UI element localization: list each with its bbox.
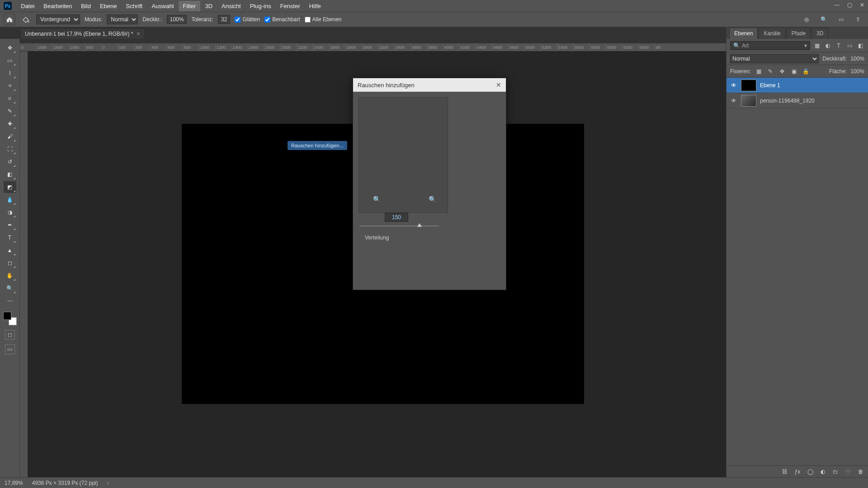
magic-wand-tool-icon[interactable]: ✧: [4, 80, 16, 92]
select-subject-icon[interactable]: ◎: [802, 15, 811, 24]
layer-name[interactable]: Ebene 1: [760, 82, 780, 89]
group-icon[interactable]: 🗀: [832, 469, 839, 475]
type-tool-icon[interactable]: T: [4, 232, 16, 244]
window-minimize-icon[interactable]: —: [834, 2, 840, 8]
link-layers-icon[interactable]: ⛓: [781, 469, 788, 475]
brush-tool-icon[interactable]: 🖌: [4, 131, 16, 142]
layer-name[interactable]: person-1196498_1920: [760, 98, 815, 104]
zoom-tool-icon[interactable]: 🔍: [4, 282, 16, 294]
lock-pixels-icon[interactable]: ▦: [755, 67, 763, 75]
status-zoom[interactable]: 17,89%: [5, 480, 23, 486]
menu-datei[interactable]: Datei: [16, 1, 39, 11]
opacity-field[interactable]: 100%: [167, 15, 187, 24]
document-tab-close-icon[interactable]: ×: [137, 31, 140, 37]
blur-tool-icon[interactable]: 💧: [4, 194, 16, 206]
lock-move-icon[interactable]: ✥: [778, 67, 786, 75]
new-layer-icon[interactable]: ➕: [844, 469, 852, 475]
layer-row[interactable]: 👁 Ebene 1: [726, 78, 868, 93]
layer-fx-icon[interactable]: ƒx: [794, 469, 801, 475]
antialias-input[interactable]: [235, 17, 241, 23]
filter-image-icon[interactable]: ▦: [813, 42, 821, 50]
menu-3d[interactable]: 3D: [200, 1, 217, 11]
menu-fenster[interactable]: Fenster: [276, 1, 305, 11]
color-swatches[interactable]: [3, 312, 17, 325]
menu-auswahl[interactable]: Auswahl: [147, 1, 178, 11]
layer-thumb[interactable]: [741, 80, 756, 91]
menu-ansicht[interactable]: Ansicht: [217, 1, 245, 11]
screen-mode-icon[interactable]: ▭: [5, 344, 15, 354]
blend-mode-select[interactable]: Normal: [107, 14, 138, 24]
share-icon[interactable]: ⇪: [854, 15, 863, 24]
workspace-icon[interactable]: ▭: [836, 15, 845, 24]
menu-schrift[interactable]: Schrift: [122, 1, 147, 11]
window-maximize-icon[interactable]: ▢: [846, 2, 853, 8]
eraser-tool-icon[interactable]: ◧: [4, 169, 16, 180]
window-close-icon[interactable]: ✕: [859, 2, 865, 8]
filter-smart-icon[interactable]: ◧: [856, 42, 864, 50]
document-tab[interactable]: Unbenannt-1 bei 17,9% (Ebene 1, RGB/8#) …: [20, 28, 145, 39]
tab-pfade[interactable]: Pfade: [787, 28, 811, 39]
shape-tool-icon[interactable]: ◻: [4, 257, 16, 269]
amount-slider[interactable]: [359, 225, 439, 226]
filter-shape-icon[interactable]: ▭: [845, 42, 854, 50]
visibility-icon[interactable]: 👁: [730, 98, 737, 104]
menu-hilfe[interactable]: Hilfe: [305, 1, 326, 11]
edit-toolbar-icon[interactable]: ⋯: [4, 295, 16, 307]
history-brush-tool-icon[interactable]: ↺: [4, 156, 16, 168]
menu-filter[interactable]: Filter: [179, 1, 201, 11]
all-layers-checkbox[interactable]: Alle Ebenen: [305, 16, 342, 23]
visibility-icon[interactable]: 👁: [730, 82, 737, 89]
layer-thumb[interactable]: [741, 95, 756, 107]
gradient-tool-icon[interactable]: ◩: [4, 181, 16, 193]
status-chevron-icon[interactable]: ›: [107, 480, 108, 486]
filter-adjust-icon[interactable]: ◐: [824, 42, 832, 50]
menu-plugins[interactable]: Plug-ins: [245, 1, 276, 11]
dialog-close-icon[interactable]: ✕: [496, 81, 501, 89]
pen-tool-icon[interactable]: ✒: [4, 219, 16, 231]
lock-all-icon[interactable]: 🔒: [802, 67, 810, 75]
amount-field[interactable]: 150: [385, 213, 408, 222]
delete-layer-icon[interactable]: 🗑: [857, 469, 864, 475]
fill-source-select[interactable]: Vordergrund: [36, 14, 80, 24]
foreground-swatch[interactable]: [3, 312, 11, 320]
zoom-in-icon[interactable]: 🔍: [429, 196, 436, 203]
quick-mask-icon[interactable]: ◻: [5, 330, 15, 340]
layer-opacity-value[interactable]: 100%: [850, 56, 864, 62]
hand-tool-icon[interactable]: ✋: [4, 270, 16, 282]
lock-position-icon[interactable]: ✎: [766, 67, 774, 75]
dialog-titlebar[interactable]: Rauschen hinzufügen ✕: [353, 78, 506, 92]
tab-kanaele[interactable]: Kanäle: [759, 28, 785, 39]
paint-bucket-icon[interactable]: [20, 14, 32, 25]
menu-ebene[interactable]: Ebene: [95, 1, 122, 11]
path-select-tool-icon[interactable]: ▲: [4, 244, 16, 256]
eyedropper-tool-icon[interactable]: ✎: [4, 105, 16, 117]
layer-filter-select[interactable]: 🔍Art▾: [730, 41, 810, 50]
filter-type-icon[interactable]: T: [835, 42, 843, 50]
zoom-out-icon[interactable]: 🔍: [373, 196, 381, 203]
all-layers-input[interactable]: [305, 17, 311, 23]
status-docinfo[interactable]: 4936 Px × 3319 Px (72 ppi): [32, 480, 98, 486]
contiguous-checkbox[interactable]: Benachbart: [264, 16, 300, 23]
healing-tool-icon[interactable]: ✚: [4, 118, 16, 130]
marquee-tool-icon[interactable]: ▭: [4, 55, 16, 66]
crop-tool-icon[interactable]: ⌗: [4, 93, 16, 104]
layer-blend-select[interactable]: Normal: [730, 54, 819, 63]
tab-3d[interactable]: 3D: [811, 28, 828, 39]
antialias-checkbox[interactable]: Glätten: [235, 16, 260, 23]
menu-bearbeiten[interactable]: Bearbeiten: [39, 1, 76, 11]
dodge-tool-icon[interactable]: ◑: [4, 206, 16, 218]
clone-stamp-tool-icon[interactable]: ⛶: [4, 143, 16, 155]
home-icon[interactable]: [4, 14, 15, 25]
lasso-tool-icon[interactable]: ⌇: [4, 67, 16, 79]
tolerance-field[interactable]: 32: [218, 15, 230, 24]
adjustment-layer-icon[interactable]: ◐: [819, 469, 826, 475]
search-icon[interactable]: 🔍: [819, 15, 828, 24]
tab-ebenen[interactable]: Ebenen: [729, 28, 758, 39]
lock-artboard-icon[interactable]: ▣: [790, 67, 798, 75]
move-tool-icon[interactable]: ✥: [4, 42, 16, 54]
contiguous-input[interactable]: [264, 17, 270, 23]
slider-thumb-icon[interactable]: [417, 223, 422, 227]
menu-bild[interactable]: Bild: [76, 1, 95, 11]
layer-row[interactable]: 👁 person-1196498_1920: [726, 93, 868, 108]
fill-value[interactable]: 100%: [850, 68, 864, 75]
